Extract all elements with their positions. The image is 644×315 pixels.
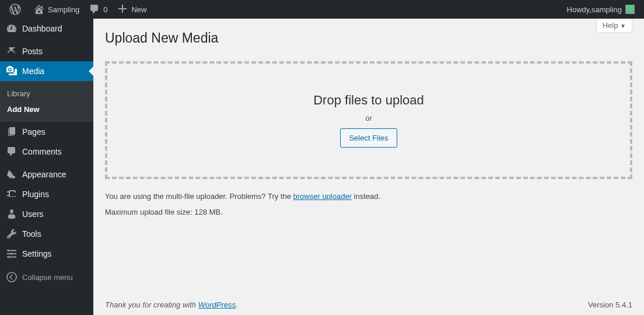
page-title: Upload New Media — [105, 24, 632, 50]
submenu-media: Library Add New — [0, 81, 93, 122]
comment-icon — [6, 146, 18, 158]
collapse-label: Collapse menu — [22, 273, 73, 282]
sliders-icon — [6, 248, 18, 260]
my-account-link[interactable]: Howdy, sampling — [562, 0, 639, 19]
wordpress-icon — [9, 4, 21, 15]
thanks-prefix: Thank you for creating with — [105, 300, 198, 309]
toolbar-right: Howdy, sampling — [562, 0, 639, 19]
howdy-prefix: Howdy, — [567, 5, 592, 14]
home-icon — [33, 4, 45, 15]
menu-posts[interactable]: Posts — [0, 41, 93, 61]
collapse-menu-button[interactable]: Collapse menu — [0, 267, 93, 288]
browser-uploader-link[interactable]: browser uploader — [293, 192, 352, 201]
help-label: Help — [603, 21, 618, 30]
or-text: or — [107, 114, 630, 123]
help-tab[interactable]: Help ▼ — [596, 19, 632, 33]
select-files-button[interactable]: Select Files — [340, 128, 397, 148]
menu-label: Users — [22, 209, 44, 219]
menu-tools[interactable]: Tools — [0, 224, 93, 244]
menu-media[interactable]: Media — [0, 61, 93, 81]
comments-count: 0 — [103, 5, 107, 14]
menu-plugins[interactable]: Plugins — [0, 184, 93, 204]
plug-icon — [6, 188, 18, 200]
brush-icon — [6, 169, 18, 180]
uploader-switch-text: You are using the multi-file uploader. P… — [105, 191, 632, 202]
menu-label: Posts — [22, 47, 43, 56]
new-label: New — [131, 5, 146, 14]
info-suffix: instead. — [352, 192, 380, 201]
menu-label: Plugins — [22, 190, 49, 199]
plus-icon — [117, 4, 128, 15]
version-text: Version 5.4.1 — [588, 300, 632, 309]
comment-icon — [89, 4, 100, 15]
wp-logo-menu[interactable] — [5, 0, 29, 19]
collapse-icon — [6, 271, 18, 283]
avatar — [625, 5, 635, 14]
new-content-link[interactable]: New — [112, 0, 151, 19]
menu-label: Settings — [22, 249, 52, 258]
menu-comments[interactable]: Comments — [0, 142, 93, 162]
menu-pages[interactable]: Pages — [0, 122, 93, 142]
menu-dashboard[interactable]: Dashboard — [0, 19, 93, 38]
footer: Thank you for creating with WordPress. V… — [93, 295, 644, 315]
upload-info: You are using the multi-file uploader. P… — [105, 191, 632, 218]
dashboard-icon — [6, 23, 18, 34]
media-icon — [6, 65, 18, 77]
menu-label: Media — [22, 66, 44, 76]
drop-instructions: Drop files to upload — [107, 93, 630, 108]
submenu-add-new[interactable]: Add New — [0, 102, 93, 117]
footer-thanks: Thank you for creating with WordPress. — [105, 300, 238, 309]
menu-settings[interactable]: Settings — [0, 244, 93, 264]
menu-users[interactable]: Users — [0, 204, 93, 224]
content-wrap: Upload New Media Drop files to upload or… — [93, 19, 644, 218]
admin-toolbar: Sampling 0 New Howdy, sampling — [0, 0, 644, 19]
user-name: sampling — [592, 5, 622, 14]
chevron-down-icon: ▼ — [620, 23, 626, 29]
page-icon — [6, 126, 18, 138]
wordpress-link[interactable]: WordPress — [198, 300, 236, 309]
toolbar-left: Sampling 0 New — [5, 0, 151, 19]
site-name-label: Sampling — [48, 5, 79, 14]
menu-label: Comments — [22, 147, 62, 156]
svg-point-0 — [7, 272, 16, 282]
max-upload-size: Maximum upload file size: 128 MB. — [105, 206, 632, 218]
user-icon — [6, 208, 18, 220]
menu-label: Appearance — [22, 170, 66, 179]
info-prefix: You are using the multi-file uploader. P… — [105, 192, 293, 201]
menu-appearance[interactable]: Appearance — [0, 164, 93, 184]
main-body: Help ▼ Upload New Media Drop files to up… — [93, 19, 644, 315]
menu-label: Tools — [22, 229, 41, 239]
wrench-icon — [6, 228, 18, 240]
thanks-suffix: . — [236, 300, 238, 309]
site-name-link[interactable]: Sampling — [29, 0, 84, 19]
upload-dropzone[interactable]: Drop files to upload or Select Files — [105, 61, 632, 179]
menu-label: Dashboard — [22, 24, 62, 33]
menu-label: Pages — [22, 127, 46, 136]
submenu-library[interactable]: Library — [0, 86, 93, 102]
admin-menu: Dashboard Posts Media Library Add New Pa… — [0, 19, 93, 315]
pin-icon — [6, 46, 18, 57]
comments-link[interactable]: 0 — [84, 0, 112, 19]
